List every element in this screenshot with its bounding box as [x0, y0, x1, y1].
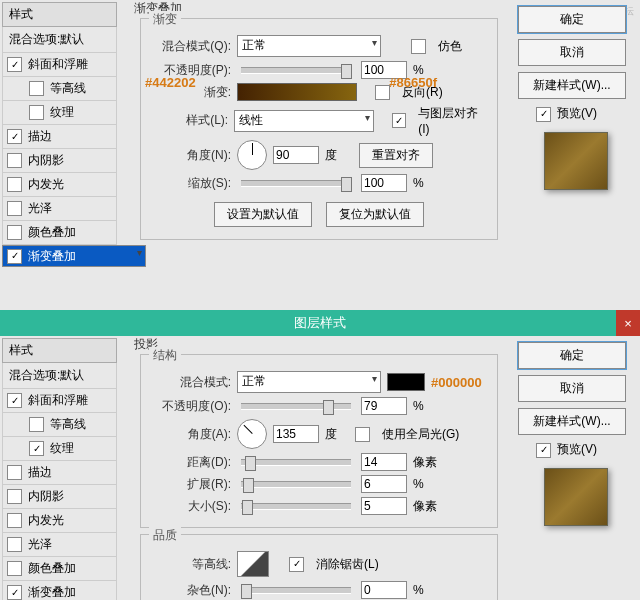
sidebar-item[interactable]: 光泽: [2, 197, 117, 221]
dialog-titlebar[interactable]: 图层样式 ×: [0, 310, 640, 336]
opacity-slider[interactable]: [241, 403, 351, 410]
sidebar-item[interactable]: 描边: [2, 125, 117, 149]
sidebar-item[interactable]: 等高线: [2, 77, 117, 101]
blend-options[interactable]: 混合选项:默认: [2, 27, 117, 53]
distance-slider[interactable]: [241, 459, 351, 466]
angle-dial[interactable]: [237, 419, 267, 449]
sidebar-item-label: 描边: [28, 464, 52, 481]
reset-align-button[interactable]: 重置对齐: [359, 143, 433, 168]
effect-checkbox[interactable]: [7, 177, 22, 192]
sidebar-item[interactable]: 纹理: [2, 437, 117, 461]
preview-swatch: [544, 468, 608, 526]
preview-checkbox[interactable]: [536, 107, 551, 122]
sidebar-item[interactable]: 描边: [2, 461, 117, 485]
dither-checkbox[interactable]: [411, 39, 426, 54]
effect-checkbox[interactable]: [29, 105, 44, 120]
sidebar-item[interactable]: 渐变叠加: [2, 581, 117, 600]
sidebar-item[interactable]: 斜面和浮雕: [2, 389, 117, 413]
global-light-checkbox[interactable]: [355, 427, 370, 442]
cancel-button[interactable]: 取消: [518, 39, 626, 66]
color-anno: #000000: [431, 375, 482, 390]
distance-label: 距离(D):: [151, 454, 231, 471]
sidebar-item-label: 斜面和浮雕: [28, 56, 88, 73]
noise-slider[interactable]: [241, 587, 351, 594]
effect-checkbox[interactable]: [7, 201, 22, 216]
antialias-checkbox[interactable]: [289, 557, 304, 572]
effect-checkbox[interactable]: [7, 465, 22, 480]
style-select[interactable]: 线性: [234, 110, 374, 132]
close-button[interactable]: ×: [616, 310, 640, 336]
style-header[interactable]: 样式: [2, 2, 117, 27]
opacity-slider[interactable]: [241, 67, 351, 74]
drop-shadow-panel: Ps教程论坛 样式 混合选项:默认 斜面和浮雕等高线纹理描边内阴影内发光光泽颜色…: [0, 336, 640, 600]
ok-button[interactable]: 确定: [518, 6, 626, 33]
blend-mode-select[interactable]: 正常: [237, 35, 381, 57]
noise-label: 杂色(N):: [151, 582, 231, 599]
gradient-fieldset: 渐变 混合模式(Q): 正常 仿色 #442202 不透明度(P): % #86…: [140, 18, 498, 240]
sidebar-item[interactable]: 渐变叠加: [2, 245, 146, 267]
scale-slider[interactable]: [241, 180, 351, 187]
sidebar-item[interactable]: 斜面和浮雕: [2, 53, 117, 77]
distance-input[interactable]: [361, 453, 407, 471]
angle-label: 角度(N):: [151, 147, 231, 164]
effect-checkbox[interactable]: [7, 57, 22, 72]
effect-checkbox[interactable]: [7, 561, 22, 576]
angle-dial[interactable]: [237, 140, 267, 170]
spread-input[interactable]: [361, 475, 407, 493]
sidebar-item[interactable]: 内发光: [2, 509, 117, 533]
angle-input[interactable]: [273, 425, 319, 443]
sidebar-item-label: 纹理: [50, 104, 74, 121]
sidebar-item[interactable]: 内阴影: [2, 485, 117, 509]
sidebar-item[interactable]: 内发光: [2, 173, 117, 197]
opacity-input[interactable]: [361, 397, 407, 415]
effect-checkbox[interactable]: [7, 393, 22, 408]
shadow-color-chip[interactable]: [387, 373, 425, 391]
effect-checkbox[interactable]: [7, 537, 22, 552]
effect-checkbox[interactable]: [29, 441, 44, 456]
sidebar-item[interactable]: 颜色叠加: [2, 221, 117, 245]
style-header[interactable]: 样式: [2, 338, 117, 363]
effect-checkbox[interactable]: [7, 153, 22, 168]
sidebar-item-label: 光泽: [28, 200, 52, 217]
effect-checkbox[interactable]: [7, 513, 22, 528]
angle-input[interactable]: [273, 146, 319, 164]
size-label: 大小(S):: [151, 498, 231, 515]
size-input[interactable]: [361, 497, 407, 515]
sidebar-item[interactable]: 内阴影: [2, 149, 117, 173]
effect-checkbox[interactable]: [7, 489, 22, 504]
size-slider[interactable]: [241, 503, 351, 510]
effect-checkbox[interactable]: [7, 585, 22, 600]
reset-default-button[interactable]: 复位为默认值: [326, 202, 424, 227]
effect-checkbox[interactable]: [29, 81, 44, 96]
spread-label: 扩展(R):: [151, 476, 231, 493]
contour-picker[interactable]: [237, 551, 269, 577]
new-style-button[interactable]: 新建样式(W)...: [518, 408, 626, 435]
new-style-button[interactable]: 新建样式(W)...: [518, 72, 626, 99]
reverse-checkbox[interactable]: [375, 85, 390, 100]
gradient-picker[interactable]: [237, 83, 357, 101]
effect-checkbox[interactable]: [7, 249, 22, 264]
effect-checkbox[interactable]: [7, 225, 22, 240]
sidebar-item[interactable]: 颜色叠加: [2, 557, 117, 581]
sidebar-item-label: 渐变叠加: [28, 584, 76, 600]
blend-label: 混合模式:: [151, 374, 231, 391]
blend-options[interactable]: 混合选项:默认: [2, 363, 117, 389]
spread-slider[interactable]: [241, 481, 351, 488]
scale-input[interactable]: [361, 174, 407, 192]
structure-fieldset: 结构 混合模式: 正常 #000000 不透明度(O): % 角度(A): 度 …: [140, 354, 498, 528]
scale-label: 缩放(S):: [151, 175, 231, 192]
ok-button[interactable]: 确定: [518, 342, 626, 369]
preview-checkbox[interactable]: [536, 443, 551, 458]
effect-checkbox[interactable]: [7, 129, 22, 144]
angle-label: 角度(A):: [151, 426, 231, 443]
sidebar-item[interactable]: 纹理: [2, 101, 117, 125]
color-anno-left: #442202: [145, 75, 196, 90]
effect-checkbox[interactable]: [29, 417, 44, 432]
noise-input[interactable]: [361, 581, 407, 599]
sidebar-item[interactable]: 光泽: [2, 533, 117, 557]
align-checkbox[interactable]: [392, 113, 407, 128]
blend-mode-select[interactable]: 正常: [237, 371, 381, 393]
set-default-button[interactable]: 设置为默认值: [214, 202, 312, 227]
sidebar-item[interactable]: 等高线: [2, 413, 117, 437]
cancel-button[interactable]: 取消: [518, 375, 626, 402]
